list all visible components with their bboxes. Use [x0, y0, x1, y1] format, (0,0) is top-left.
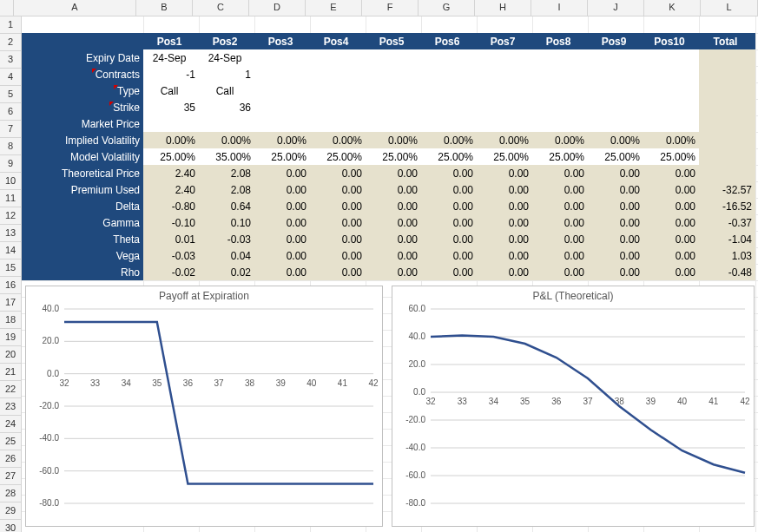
- cell-contracts-pos5[interactable]: [366, 66, 421, 82]
- cell-mvol-pos6[interactable]: 25.00%: [421, 148, 477, 165]
- cell-premium-pos1[interactable]: 2.40: [143, 181, 199, 198]
- cell-type-pos3[interactable]: [254, 82, 310, 99]
- cell-type-pos1[interactable]: Call: [143, 82, 199, 99]
- cell-market-pos3[interactable]: [254, 115, 310, 132]
- cell-strike-pos3[interactable]: [254, 99, 310, 115]
- row-header-20[interactable]: 20: [0, 346, 21, 364]
- cell-contracts-pos1[interactable]: -1: [143, 66, 199, 82]
- column-header-D[interactable]: D: [249, 0, 306, 16]
- cell-market-pos7[interactable]: [477, 115, 532, 132]
- cell-vega-pos7[interactable]: 0.00: [477, 247, 532, 264]
- cell-market-pos6[interactable]: [421, 115, 477, 132]
- cell-mvol-pos2[interactable]: 35.00%: [199, 148, 254, 165]
- cell-gamma-pos9[interactable]: 0.00: [588, 214, 643, 231]
- column-header-B[interactable]: B: [136, 0, 193, 16]
- row-header-17[interactable]: 17: [0, 294, 21, 312]
- row-header-26[interactable]: 26: [0, 450, 21, 468]
- cell-type-pos4[interactable]: [310, 82, 366, 99]
- row-header-6[interactable]: 6: [0, 103, 21, 121]
- cell-gamma-pos10[interactable]: 0.00: [643, 214, 699, 231]
- cell-mvol-pos3[interactable]: 25.00%: [254, 148, 310, 165]
- row-header-4[interactable]: 4: [0, 69, 21, 86]
- cell-market-pos4[interactable]: [310, 115, 366, 132]
- cell-rho-pos10[interactable]: 0.00: [643, 264, 699, 280]
- cell-delta-pos3[interactable]: 0.00: [254, 198, 310, 214]
- cell-vega-pos5[interactable]: 0.00: [366, 247, 421, 264]
- cell-type-pos9[interactable]: [588, 82, 643, 99]
- cell-ivol-pos2[interactable]: 0.00%: [199, 132, 254, 148]
- cell-market-pos2[interactable]: [199, 115, 254, 132]
- cell-gamma-pos3[interactable]: 0.00: [254, 214, 310, 231]
- cell-expiry-pos1[interactable]: 24-Sep: [143, 49, 199, 66]
- row-header-21[interactable]: 21: [0, 364, 21, 381]
- cell-gamma-pos1[interactable]: -0.10: [143, 214, 199, 231]
- cell-rho-pos5[interactable]: 0.00: [366, 264, 421, 280]
- cell-rho-pos3[interactable]: 0.00: [254, 264, 310, 280]
- row-header-7[interactable]: 7: [0, 121, 21, 138]
- cell-expiry-pos9[interactable]: [588, 49, 643, 66]
- row-header-30[interactable]: 30: [0, 520, 21, 532]
- cell-mvol-pos4[interactable]: 25.00%: [310, 148, 366, 165]
- cell-strike-pos6[interactable]: [421, 99, 477, 115]
- cell-tprice-pos3[interactable]: 0.00: [254, 165, 310, 181]
- cell-rho-pos1[interactable]: -0.02: [143, 264, 199, 280]
- row-header-28[interactable]: 28: [0, 485, 21, 502]
- cell-expiry-pos4[interactable]: [310, 49, 366, 66]
- cell-strike-pos8[interactable]: [532, 99, 588, 115]
- cell-delta-pos4[interactable]: 0.00: [310, 198, 366, 214]
- cell-theta-pos1[interactable]: 0.01: [143, 231, 199, 247]
- cell-market-pos10[interactable]: [643, 115, 699, 132]
- cell-strike-pos9[interactable]: [588, 99, 643, 115]
- cell-theta-pos4[interactable]: 0.00: [310, 231, 366, 247]
- cell-premium-pos9[interactable]: 0.00: [588, 181, 643, 198]
- cell-strike-pos2[interactable]: 36: [199, 99, 254, 115]
- cell-type-pos2[interactable]: Call: [199, 82, 254, 99]
- cell-type-pos7[interactable]: [477, 82, 532, 99]
- cell-ivol-pos1[interactable]: 0.00%: [143, 132, 199, 148]
- total-rho[interactable]: -0.48: [699, 264, 755, 280]
- column-header-L[interactable]: L: [701, 0, 758, 16]
- cell-gamma-pos2[interactable]: 0.10: [199, 214, 254, 231]
- total-theta[interactable]: -1.04: [699, 231, 755, 247]
- cell-vega-pos1[interactable]: -0.03: [143, 247, 199, 264]
- row-header-2[interactable]: 2: [0, 34, 21, 51]
- row-header-10[interactable]: 10: [0, 173, 21, 190]
- total-vega[interactable]: 1.03: [699, 247, 755, 264]
- cell-tprice-pos9[interactable]: 0.00: [588, 165, 643, 181]
- cell-tprice-pos8[interactable]: 0.00: [532, 165, 588, 181]
- cell-expiry-pos6[interactable]: [421, 49, 477, 66]
- cell-delta-pos1[interactable]: -0.80: [143, 198, 199, 214]
- row-header-16[interactable]: 16: [0, 277, 21, 294]
- cell-mvol-pos1[interactable]: 25.00%: [143, 148, 199, 165]
- cell-mvol-pos9[interactable]: 25.00%: [588, 148, 643, 165]
- cell-contracts-pos2[interactable]: 1: [199, 66, 254, 82]
- cell-tprice-pos7[interactable]: 0.00: [477, 165, 532, 181]
- cell-mvol-pos7[interactable]: 25.00%: [477, 148, 532, 165]
- cell-theta-pos9[interactable]: 0.00: [588, 231, 643, 247]
- cell-type-pos10[interactable]: [643, 82, 699, 99]
- cell-type-pos6[interactable]: [421, 82, 477, 99]
- cell-ivol-pos9[interactable]: 0.00%: [588, 132, 643, 148]
- cell-expiry-pos2[interactable]: 24-Sep: [199, 49, 254, 66]
- cell-strike-pos7[interactable]: [477, 99, 532, 115]
- row-header-18[interactable]: 18: [0, 312, 21, 329]
- total-delta[interactable]: -16.52: [699, 198, 755, 214]
- cell-market-pos5[interactable]: [366, 115, 421, 132]
- cell-delta-pos6[interactable]: 0.00: [421, 198, 477, 214]
- cell-premium-pos4[interactable]: 0.00: [310, 181, 366, 198]
- cell-rho-pos9[interactable]: 0.00: [588, 264, 643, 280]
- cell-expiry-pos7[interactable]: [477, 49, 532, 66]
- cell-expiry-pos10[interactable]: [643, 49, 699, 66]
- cell-expiry-pos3[interactable]: [254, 49, 310, 66]
- cell-vega-pos6[interactable]: 0.00: [421, 247, 477, 264]
- column-header-A[interactable]: A: [14, 0, 136, 16]
- cell-contracts-pos7[interactable]: [477, 66, 532, 82]
- cell-premium-pos6[interactable]: 0.00: [421, 181, 477, 198]
- cell-vega-pos2[interactable]: 0.04: [199, 247, 254, 264]
- cell-contracts-pos4[interactable]: [310, 66, 366, 82]
- row-header-15[interactable]: 15: [0, 259, 21, 277]
- cell-theta-pos3[interactable]: 0.00: [254, 231, 310, 247]
- cell-tprice-pos10[interactable]: 0.00: [643, 165, 699, 181]
- cell-ivol-pos3[interactable]: 0.00%: [254, 132, 310, 148]
- cell-premium-pos5[interactable]: 0.00: [366, 181, 421, 198]
